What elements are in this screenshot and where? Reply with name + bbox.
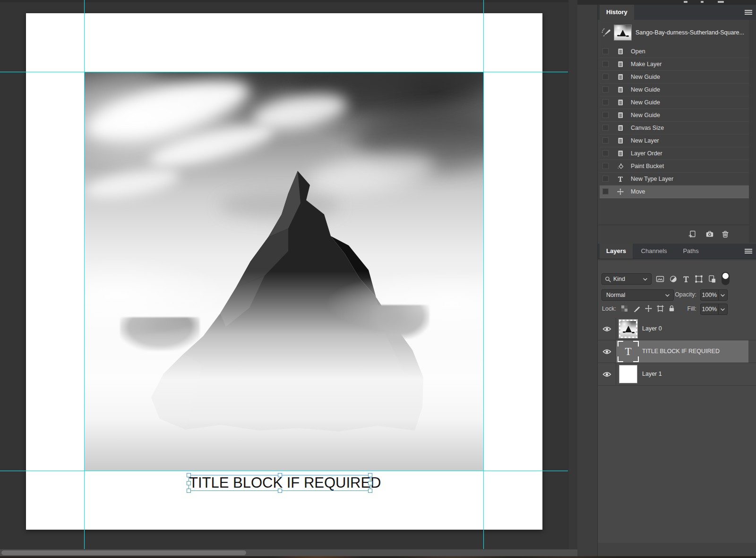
transform-handle-top-right[interactable] [368, 473, 372, 477]
history-tab-bar: History [598, 5, 756, 20]
history-step-label: Canvas Size [631, 122, 664, 134]
tab-paths[interactable]: Paths [676, 244, 705, 259]
layer-row[interactable]: Layer 1 [598, 363, 756, 386]
lock-artboard-icon[interactable] [656, 304, 664, 313]
panel-icon-sliver [718, 1, 724, 3]
history-brush-source-well[interactable] [602, 150, 609, 156]
filter-shape-layers-icon[interactable] [694, 274, 704, 284]
guide-horizontal-top[interactable] [0, 72, 577, 72]
filter-smart-object-icon[interactable] [707, 274, 717, 284]
filter-toggle-switch[interactable] [722, 272, 730, 285]
guide-vertical-right[interactable] [483, 0, 484, 549]
history-step-icon [617, 124, 624, 132]
vertical-scrollbar-track[interactable] [568, 0, 577, 549]
layer-filter-kind-select[interactable]: Kind [601, 273, 652, 285]
transform-bounding-box[interactable] [189, 475, 370, 491]
layers-panel-menu-icon[interactable] [745, 249, 752, 254]
history-item[interactable]: New Guide [600, 71, 749, 84]
history-item[interactable]: Layer Order [600, 147, 749, 160]
history-panel-menu-icon[interactable] [745, 10, 752, 15]
transform-handle-bottom-center[interactable] [278, 489, 282, 493]
history-item[interactable]: New Layer [600, 135, 749, 147]
white-fill-thumbnail [619, 365, 637, 383]
tab-history[interactable]: History [600, 5, 634, 20]
history-item[interactable]: Paint Bucket [600, 160, 749, 173]
opacity-value[interactable]: 100% [701, 290, 718, 300]
transform-handle-mid-left[interactable] [187, 481, 191, 485]
history-step-label: Paint Bucket [631, 160, 664, 172]
history-item[interactable]: Move [600, 186, 749, 198]
transform-handle-top-left[interactable] [187, 473, 191, 477]
text-layer-thumbnail: T [618, 341, 639, 362]
layer-row[interactable]: Layer 0 [598, 318, 756, 340]
blend-mode-select[interactable]: Normal [601, 289, 674, 301]
chevron-down-icon[interactable] [721, 308, 725, 311]
history-scroll-gutter[interactable] [749, 20, 756, 243]
opacity-input[interactable]: 100% [700, 289, 728, 301]
photo-layer-image[interactable] [84, 72, 483, 471]
history-brush-source-well[interactable] [602, 86, 609, 93]
history-brush-source-well[interactable] [602, 137, 609, 144]
lock-all-icon[interactable] [668, 304, 676, 313]
guide-vertical-left[interactable] [84, 0, 85, 549]
filter-image-layers-icon[interactable] [655, 274, 665, 284]
history-item[interactable]: New Type Layer [600, 173, 749, 186]
new-document-from-state-button[interactable] [688, 230, 696, 238]
divider [718, 304, 719, 314]
history-item[interactable]: Open [600, 45, 749, 58]
tab-layers[interactable]: Layers [600, 244, 633, 259]
history-item[interactable]: Canvas Size [600, 122, 749, 135]
history-brush-source-well[interactable] [602, 112, 609, 118]
chevron-down-icon [643, 278, 647, 281]
window-top-edge [0, 0, 577, 2]
snapshot-name[interactable]: Sango-Bay-durness-Sutherland-Square... [636, 23, 744, 42]
lock-transparency-icon[interactable] [620, 304, 628, 313]
history-brush-source-well[interactable] [602, 74, 609, 80]
history-brush-source-well[interactable] [602, 61, 609, 67]
tab-channels[interactable]: Channels [635, 244, 674, 259]
layer-visibility-toggle[interactable] [598, 363, 616, 385]
layer-visibility-toggle[interactable] [598, 340, 616, 363]
layer-thumbnail[interactable] [619, 364, 638, 384]
layer-row[interactable]: T TITLE BLOCK IF REQUIRED [598, 340, 756, 363]
layer-thumbnail[interactable]: T [619, 342, 638, 361]
workspace-gutter [577, 5, 597, 556]
transform-handle-bottom-right[interactable] [368, 489, 372, 493]
lock-pixels-icon[interactable] [633, 304, 641, 313]
layer-thumbnail[interactable] [619, 319, 638, 338]
history-item[interactable]: New Guide [600, 84, 749, 96]
eye-icon [602, 349, 611, 355]
lock-position-icon[interactable] [644, 304, 653, 313]
filter-adjustment-layers-icon[interactable] [669, 274, 678, 284]
transform-handle-bottom-left[interactable] [187, 489, 191, 493]
history-panel: Sango-Bay-durness-Sutherland-Square... O… [598, 20, 756, 243]
history-brush-source-well[interactable] [602, 48, 609, 54]
history-item[interactable]: Make Layer [600, 58, 749, 71]
layer-visibility-toggle[interactable] [598, 318, 616, 340]
layer-name[interactable]: TITLE BLOCK IF REQUIRED [642, 340, 720, 363]
new-snapshot-button[interactable] [705, 230, 714, 238]
history-brush-icon[interactable] [601, 27, 612, 37]
history-brush-source-well[interactable] [602, 125, 609, 131]
history-brush-source-well[interactable] [602, 99, 609, 105]
history-step-label: Layer Order [631, 147, 662, 160]
history-item[interactable]: New Guide [600, 109, 749, 122]
delete-history-state-button[interactable] [721, 230, 730, 238]
history-list: Open Make Layer New Guide New Guide New … [600, 45, 749, 198]
chevron-down-icon[interactable] [721, 294, 725, 297]
history-brush-source-well[interactable] [602, 188, 609, 194]
layer-name[interactable]: Layer 1 [642, 363, 662, 385]
history-item[interactable]: New Guide [600, 96, 749, 109]
filter-type-layers-icon[interactable] [681, 274, 691, 284]
guide-horizontal-bottom[interactable] [0, 471, 577, 471]
layer-name[interactable]: Layer 0 [642, 318, 662, 340]
history-brush-source-well[interactable] [602, 176, 609, 182]
horizontal-scrollbar-thumb[interactable] [1, 550, 246, 555]
history-snapshot-row[interactable]: Sango-Bay-durness-Sutherland-Square... [598, 23, 748, 42]
transform-handle-top-center[interactable] [278, 473, 282, 477]
snapshot-thumbnail[interactable] [614, 25, 632, 41]
fill-input[interactable]: 100% [700, 304, 728, 315]
fill-value[interactable]: 100% [701, 304, 718, 314]
transform-handle-mid-right[interactable] [368, 481, 372, 485]
history-brush-source-well[interactable] [602, 163, 609, 169]
